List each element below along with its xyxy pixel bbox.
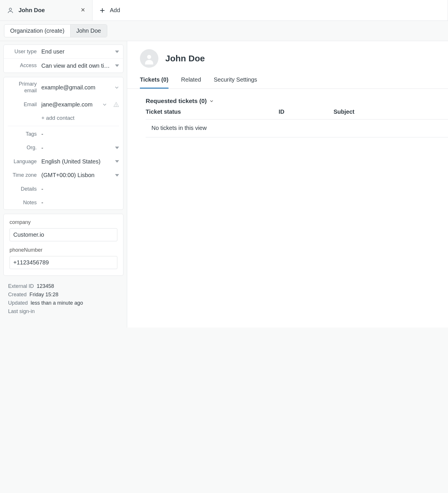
value-details: - [41,186,119,192]
row-email[interactable]: Email jane@example.com [4,98,123,111]
label-access: Access [8,62,37,69]
card-custom-fields: company phoneNumber [3,214,123,276]
breadcrumb-user[interactable]: John Doe [70,25,107,37]
field-company: company [10,219,117,241]
tab-add-label: Add [110,7,120,14]
avatar [140,49,158,68]
meta-created: Created Friday 15:28 [8,290,119,299]
plus-icon [99,8,105,13]
tickets-table-head: Ticket status ID Subject [146,108,448,119]
label-language: Language [8,158,37,165]
tab-tickets[interactable]: Tickets (0) [140,73,169,89]
value-email: jane@example.com [41,101,98,108]
tab-user[interactable]: John Doe [0,0,92,21]
chevron-down-icon [210,99,214,103]
label-phone: phoneNumber [10,247,117,253]
tab-related[interactable]: Related [181,73,201,89]
meta-updated: Updated less than a minute ago [8,299,119,307]
value-tags: - [41,131,119,137]
warning-icon [113,102,119,107]
value-timezone: (GMT+00:00) Lisbon [41,172,110,179]
meta-last-signin: Last sign-in [8,307,119,316]
caret-down-icon [115,50,119,54]
field-phone: phoneNumber [10,247,117,269]
card-user-basics: User type End user Access Can view and e… [3,45,123,73]
label-tags: Tags [8,131,37,137]
row-add-contact[interactable]: + add contact [4,111,123,125]
profile-tabs: Tickets (0) Related Security Settings [127,73,448,89]
row-timezone[interactable]: Time zone (GMT+00:00) Lisbon [4,168,123,182]
label-timezone: Time zone [8,172,37,179]
row-access[interactable]: Access Can view and edit own tic… [4,58,123,72]
col-subject: Subject [334,108,448,115]
add-contact-label: + add contact [41,115,119,121]
caret-down-icon [115,173,119,177]
person-icon [7,7,14,14]
tab-strip: John Doe Add [0,0,448,21]
label-org: Org. [8,144,37,151]
tab-add[interactable]: Add [92,0,448,21]
value-org: - [41,145,110,151]
row-org[interactable]: Org. - [4,141,123,154]
chevron-down-icon [114,85,119,90]
value-primary-email: example@gmail.com [41,84,110,91]
chevron-down-icon [102,102,107,107]
col-ticket-status: Ticket status [146,108,267,115]
breadcrumb-organization[interactable]: Organization (create) [4,25,70,37]
tab-user-title: John Doe [18,7,45,14]
svg-point-1 [116,106,116,106]
col-id: ID [279,108,322,115]
right-panel: John Doe Tickets (0) Related Security Se… [127,41,448,328]
caret-down-icon [115,159,119,163]
requested-tickets-title: Requested tickets (0) [146,98,207,104]
requested-tickets-toggle[interactable]: Requested tickets (0) [146,98,448,104]
label-user-type: User type [8,48,37,55]
row-notes[interactable]: Notes - [4,196,123,209]
row-user-type[interactable]: User type End user [4,45,123,58]
tab-security[interactable]: Security Settings [214,73,257,89]
label-company: company [10,219,117,225]
tickets-empty: No tickets in this view [146,119,448,137]
label-notes: Notes [8,199,37,206]
row-details[interactable]: Details - [4,182,123,196]
label-details: Details [8,186,37,192]
tickets-area: Requested tickets (0) Ticket status ID S… [127,89,448,137]
value-notes: - [41,199,119,206]
label-primary-email: Primary email [8,81,37,94]
left-panel: User type End user Access Can view and e… [0,41,127,328]
row-tags[interactable]: Tags - [4,127,123,141]
svg-point-0 [9,8,12,10]
phone-input[interactable] [10,256,117,269]
value-access: Can view and edit own tic… [41,62,110,69]
row-primary-email[interactable]: Primary email example@gmail.com [4,77,123,98]
close-icon[interactable] [81,7,85,14]
caret-down-icon [115,146,119,150]
profile-name: John Doe [165,54,205,63]
label-email: Email [8,101,37,108]
meta-footer: External ID 123458 Created Friday 15:28 … [3,280,123,324]
company-input[interactable] [10,228,117,241]
card-contacts: Primary email example@gmail.com Email ja… [3,77,123,210]
svg-point-2 [147,55,151,59]
value-language: English (United States) [41,158,110,165]
meta-external-id: External ID 123458 [8,282,119,290]
breadcrumb-bar: Organization (create) John Doe [0,21,448,41]
row-language[interactable]: Language English (United States) [4,155,123,168]
caret-down-icon [115,64,119,68]
value-user-type: End user [41,48,110,55]
breadcrumb: Organization (create) John Doe [4,24,107,37]
profile-header: John Doe [127,41,448,73]
